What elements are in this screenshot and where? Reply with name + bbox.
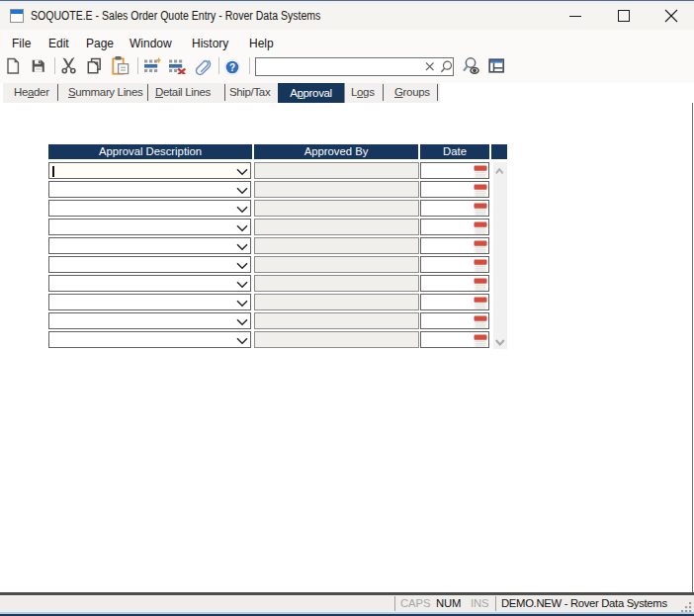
svg-text:?: ?: [229, 62, 235, 73]
